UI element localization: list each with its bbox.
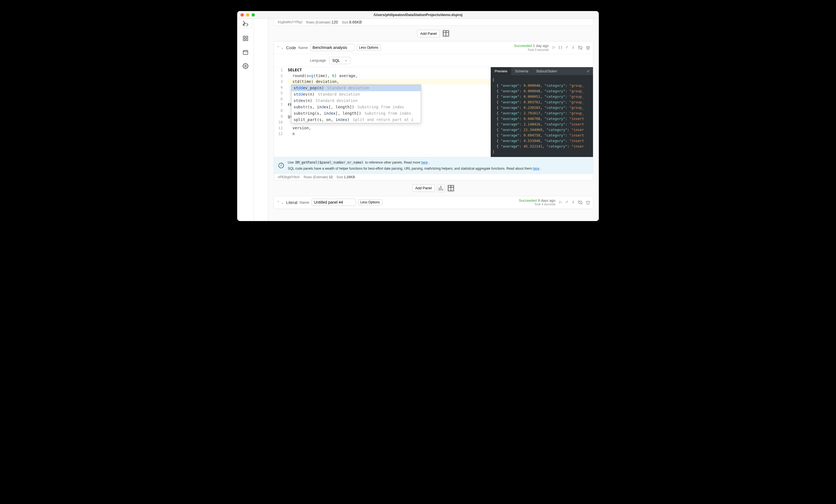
- minimize-window-button[interactable]: [246, 13, 249, 17]
- panel-footer: nPE6rgbIY9oV Rows (Estimate) 12 Size 1.2…: [274, 174, 593, 180]
- autocomplete-item[interactable]: substr(s, index[, length])Substring from…: [291, 104, 421, 110]
- panel-name-input[interactable]: [311, 199, 356, 206]
- code-editor[interactable]: 123456789101112 SELECT round(avg(time), …: [274, 67, 491, 157]
- tab-stdout[interactable]: Stdout/Stderr: [532, 67, 561, 75]
- titlebar: /Users/philipeaton/DataStationProjects/d…: [237, 11, 599, 19]
- info-icon: i: [279, 163, 284, 168]
- literal-panel: ⌃ ⌄ Literal Name Less Options Succeeded …: [274, 196, 593, 209]
- run-icon[interactable]: ▷: [553, 45, 555, 50]
- calendar-icon[interactable]: [243, 49, 249, 55]
- expand-icon[interactable]: ⤢: [565, 200, 568, 205]
- expand-icon[interactable]: ⤢: [565, 45, 568, 50]
- autocomplete-item[interactable]: split_part(s, on, index)Split and return…: [291, 117, 421, 123]
- download-icon[interactable]: ⤓: [572, 45, 575, 50]
- traffic-lights: [237, 13, 255, 17]
- app-window: /Users/philipeaton/DataStationProjects/d…: [237, 11, 599, 221]
- panel-id: 61g6aWuYYRqJ: [278, 20, 302, 24]
- panel-name-input[interactable]: [310, 44, 355, 51]
- tab-preview[interactable]: Preview: [491, 67, 511, 75]
- run-icon[interactable]: ▷: [559, 200, 562, 205]
- add-chart-panel-button[interactable]: [437, 184, 445, 192]
- autocomplete-item[interactable]: stdev(n)Standard deviation: [291, 98, 421, 104]
- line-gutter: 123456789101112: [274, 67, 285, 137]
- panel-status: Succeeded 1 day ago Took 3 seconds: [514, 44, 549, 52]
- collapse-down-icon[interactable]: ⌄: [281, 45, 284, 50]
- less-options-button[interactable]: Less Options: [358, 199, 382, 205]
- svg-point-8: [245, 65, 246, 67]
- info-link-1[interactable]: here: [421, 160, 428, 164]
- add-panel-button-2[interactable]: Add Panel: [412, 184, 435, 192]
- prev-panel-footer: 61g6aWuYYRqJ Rows (Estimate) 120 Size 8.…: [274, 19, 593, 26]
- language-select[interactable]: SQL: [329, 57, 350, 64]
- panel-kind: Literal: [286, 200, 298, 205]
- window-title: /Users/philipeaton/DataStationProjects/d…: [237, 13, 599, 17]
- autocomplete-popup[interactable]: stddev_pop(n)Standard deviationstddev(n)…: [291, 84, 421, 123]
- delete-icon[interactable]: [586, 45, 590, 50]
- autocomplete-item[interactable]: stddev_pop(n)Standard deviation: [291, 85, 421, 91]
- add-panel-button[interactable]: Add Panel: [417, 30, 440, 37]
- name-label: Name: [298, 45, 308, 50]
- svg-rect-0: [243, 36, 245, 38]
- tab-schema[interactable]: Schema: [511, 67, 532, 75]
- autocomplete-item[interactable]: substring(s, index[, length])Substring f…: [291, 110, 421, 117]
- preview-body: [ { "average": 0.000048, "category": "gr…: [491, 75, 593, 157]
- preview-expand-icon[interactable]: ⤢: [583, 69, 593, 73]
- settings-icon[interactable]: [243, 63, 249, 69]
- preview-pane: Preview Schema Stdout/Stderr ⤢ [ { "aver…: [491, 67, 593, 157]
- collapse-up-icon[interactable]: ⌃: [277, 200, 280, 205]
- close-window-button[interactable]: [241, 13, 244, 17]
- less-options-button[interactable]: Less Options: [357, 44, 381, 51]
- autocomplete-item[interactable]: stddev(n)Standard deviation: [291, 91, 421, 98]
- sidebar-toggle[interactable]: [237, 19, 251, 28]
- download-icon[interactable]: ⤓: [572, 200, 575, 205]
- panel-kind: Code: [286, 45, 296, 50]
- braces-icon[interactable]: { }: [559, 45, 562, 50]
- language-label: Language: [310, 58, 326, 62]
- add-table-panel-button[interactable]: [442, 30, 450, 37]
- delete-icon[interactable]: [586, 200, 590, 205]
- collapse-down-icon[interactable]: ⌄: [281, 200, 284, 205]
- main-content: 61g6aWuYYRqJ Rows (Estimate) 120 Size 8.…: [268, 19, 599, 221]
- svg-rect-1: [246, 36, 247, 38]
- dashboard-icon[interactable]: [243, 35, 249, 41]
- svg-rect-2: [243, 39, 245, 41]
- info-link-2[interactable]: here: [533, 167, 539, 171]
- collapse-up-icon[interactable]: ⌃: [277, 45, 280, 50]
- hide-icon[interactable]: [578, 45, 583, 50]
- code-panel: ⌃ ⌄ Code Name Less Options Succeeded 1 d…: [274, 41, 593, 180]
- svg-rect-4: [243, 51, 248, 55]
- info-box: i Use DM_getPanel($panel_number_or_name)…: [274, 157, 593, 174]
- maximize-window-button[interactable]: [251, 13, 255, 17]
- add-table-panel-button-2[interactable]: [447, 184, 455, 192]
- sidebar: [237, 19, 254, 221]
- hide-icon[interactable]: [578, 200, 583, 205]
- svg-rect-3: [246, 39, 247, 41]
